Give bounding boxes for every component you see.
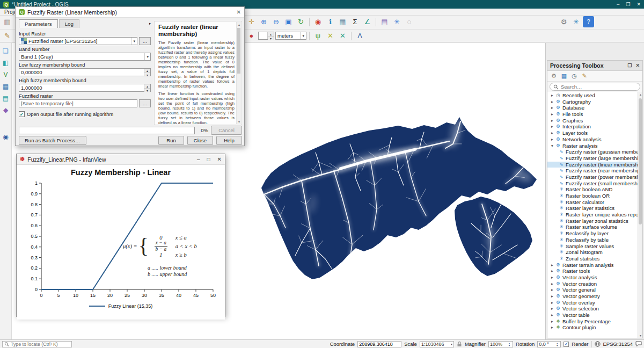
- zoom-out-icon[interactable]: ⊖: [270, 16, 282, 27]
- toolbox-item-raster-boolean-and[interactable]: ✳Raster boolean AND: [547, 186, 638, 193]
- toolbox-item-layer-tools[interactable]: ▸⚙Layer tools: [547, 130, 638, 136]
- new-print-layout-icon[interactable]: ▤: [379, 16, 390, 27]
- toolbox-search-input[interactable]: [561, 84, 636, 90]
- options-icon[interactable]: ⚙: [558, 16, 569, 27]
- zoom-in-icon[interactable]: ⊕: [258, 16, 269, 27]
- chevron-right-icon[interactable]: ▸: [550, 92, 555, 99]
- add-delimited-text-layer-icon[interactable]: ▤: [1, 93, 11, 103]
- vertex-tool-icon[interactable]: ✕: [325, 30, 336, 41]
- input-raster-browse-button[interactable]: …: [139, 37, 151, 45]
- lock-scale-icon[interactable]: [457, 341, 462, 347]
- globe-crs-icon[interactable]: [595, 341, 601, 347]
- chevron-right-icon[interactable]: ▸: [550, 130, 555, 136]
- toolbox-item-database[interactable]: ▸⚙Database: [547, 105, 638, 111]
- add-mesh-layer-icon[interactable]: ◆: [1, 105, 11, 115]
- high-bound-steppers[interactable]: ▴ ▾: [144, 84, 150, 91]
- maximize-icon[interactable]: □: [207, 156, 210, 162]
- units-combobox[interactable]: meters ▾: [275, 32, 306, 40]
- viewer-titlebar[interactable]: ✽ Fuzzify_Linear.PNG - IrfanView – □ ✕: [17, 154, 225, 165]
- data-source-manager-icon[interactable]: ❏: [1, 46, 11, 56]
- spinbox-steppers[interactable]: ▴ ▾: [267, 32, 274, 39]
- spin-down-icon[interactable]: ▾: [555, 344, 559, 346]
- toolbox-item-raster-terrain-analysis[interactable]: ▸⚙Raster terrain analysis: [547, 262, 638, 269]
- chevron-right-icon[interactable]: ▸: [550, 111, 555, 118]
- models-icon[interactable]: ▦: [560, 72, 568, 81]
- scroll-down-icon[interactable]: ▾: [638, 334, 642, 337]
- snapping-node-icon[interactable]: ψ: [312, 30, 324, 41]
- toolbox-item-zonal-histogram[interactable]: ✳Zonal histogram: [547, 249, 638, 256]
- toolbox-header[interactable]: Processing Toolbox ❐ ✕: [547, 61, 642, 71]
- toolbox-item-cartography[interactable]: ▸⚙Cartography: [547, 99, 638, 105]
- chevron-right-icon[interactable]: ▸: [550, 306, 555, 312]
- dialog-close-icon[interactable]: ✕: [237, 9, 241, 15]
- close-panel-icon[interactable]: ✕: [635, 63, 640, 68]
- toolbox-item-raster-boolean-or[interactable]: ✳Raster boolean OR: [547, 193, 638, 199]
- toolbox-item-raster-analysis[interactable]: ▾⚙Raster analysis: [547, 143, 638, 149]
- help-scrollbar[interactable]: ▴ ▾: [236, 22, 241, 124]
- locate-input[interactable]: [11, 342, 70, 347]
- advanced-digitizing-icon[interactable]: ✕: [337, 30, 348, 41]
- edit-script-icon[interactable]: ✎: [580, 72, 589, 81]
- spin-down-icon[interactable]: ▾: [144, 73, 150, 77]
- scroll-up-icon[interactable]: ▴: [638, 92, 642, 96]
- help-scrollbar-thumb[interactable]: [237, 28, 240, 74]
- georeferencer-icon[interactable]: ◉: [1, 132, 11, 142]
- chevron-right-icon[interactable]: ▸: [550, 99, 555, 105]
- close-button[interactable]: Close: [187, 136, 213, 145]
- spin-down-icon[interactable]: ▾: [144, 89, 150, 92]
- toolbox-item-file-tools[interactable]: ▸⚙File tools: [547, 111, 638, 118]
- band-combobox[interactable]: Band 1 (Gray) ▾: [19, 53, 151, 61]
- chevron-right-icon[interactable]: ▸: [550, 274, 555, 281]
- open-output-checkbox[interactable]: ✓: [19, 111, 25, 117]
- snapping-tolerance-spinbox[interactable]: ▴ ▾: [258, 32, 274, 40]
- toolbox-item-graphics[interactable]: ▸⚙Graphics: [547, 118, 638, 124]
- rotation-steppers[interactable]: ▴ ▾: [555, 342, 559, 346]
- spin-up-icon[interactable]: ▴: [268, 32, 274, 37]
- lambda-icon[interactable]: Λ: [354, 30, 365, 41]
- spin-down-icon[interactable]: ▾: [507, 344, 511, 346]
- toolbox-item-fuzzify-raster-small-membership[interactable]: ∿Fuzzify raster (small membership): [547, 180, 638, 187]
- locate-box[interactable]: [2, 341, 72, 347]
- toolbox-item-interpolation[interactable]: ▸⚙Interpolation: [547, 124, 638, 130]
- toolbox-item-fuzzify-raster-power-membership[interactable]: ∿Fuzzify raster (power membership): [547, 174, 638, 180]
- tab-parameters[interactable]: Parameters: [19, 19, 58, 28]
- toolbox-item-reclassify-by-layer[interactable]: ✳Reclassify by layer: [547, 230, 638, 237]
- history-icon[interactable]: ◷: [570, 72, 579, 81]
- toolbox-item-vector-selection[interactable]: ▸⚙Vector selection: [547, 306, 638, 312]
- chevron-right-icon[interactable]: ▸: [550, 318, 555, 325]
- low-bound-steppers[interactable]: ▴ ▾: [144, 69, 150, 76]
- red-circle-icon[interactable]: ●: [246, 30, 257, 41]
- spin-up-icon[interactable]: ▴: [144, 84, 150, 89]
- chevron-right-icon[interactable]: ▸: [550, 312, 555, 318]
- restore-icon[interactable]: ❐: [626, 2, 630, 7]
- rotation-spinbox[interactable]: 0,0 ° ▴ ▾: [537, 341, 561, 347]
- map-tips-icon[interactable]: ◌: [404, 16, 415, 27]
- measure-line-icon[interactable]: ∠: [362, 16, 373, 27]
- coordinate-input[interactable]: [357, 341, 401, 347]
- chevron-right-icon[interactable]: ▸: [550, 281, 555, 287]
- identify-features-icon[interactable]: ℹ: [325, 16, 336, 27]
- help-button[interactable]: Help: [216, 136, 242, 145]
- toolbox-scrollbar-thumb[interactable]: [639, 98, 642, 224]
- spin-down-icon[interactable]: ▾: [268, 37, 274, 40]
- magnifier-spinbox[interactable]: 100% ▴ ▾: [488, 341, 513, 347]
- close-icon[interactable]: ✕: [636, 2, 641, 7]
- chevron-right-icon[interactable]: ▸: [550, 268, 555, 274]
- toolbox-item-vector-table[interactable]: ▸⚙Vector table: [547, 312, 638, 318]
- new-bookmark-icon[interactable]: ◉: [312, 16, 324, 27]
- output-raster-field[interactable]: [Save to temporary file]: [19, 99, 137, 107]
- run-as-batch-button[interactable]: Run as Batch Process…: [19, 136, 86, 145]
- dialog-titlebar[interactable]: Q Fuzzify Raster (Linear Membership) ✕: [16, 7, 244, 18]
- float-panel-icon[interactable]: ❐: [627, 63, 632, 68]
- scale-combobox[interactable]: 1:1030486 ▾: [420, 341, 454, 347]
- render-checkbox[interactable]: ✓: [564, 342, 569, 347]
- messages-icon[interactable]: [635, 341, 642, 347]
- zoom-full-icon[interactable]: ▣: [283, 16, 294, 27]
- add-raster-layer-icon[interactable]: ▦: [1, 82, 11, 91]
- digitizing-toolbar-icon[interactable]: ✎: [2, 30, 13, 41]
- scroll-down-icon[interactable]: ▾: [237, 120, 241, 124]
- toolbox-item-raster-surface-volume[interactable]: ✳Raster surface volume: [547, 224, 638, 230]
- toolbox-item-fuzzify-raster-gaussian-membership[interactable]: ∿Fuzzify raster (gaussian membership): [547, 149, 638, 155]
- scroll-up-icon[interactable]: ▴: [237, 23, 241, 26]
- toolbox-item-raster-layer-statistics[interactable]: ✳Raster layer statistics: [547, 205, 638, 212]
